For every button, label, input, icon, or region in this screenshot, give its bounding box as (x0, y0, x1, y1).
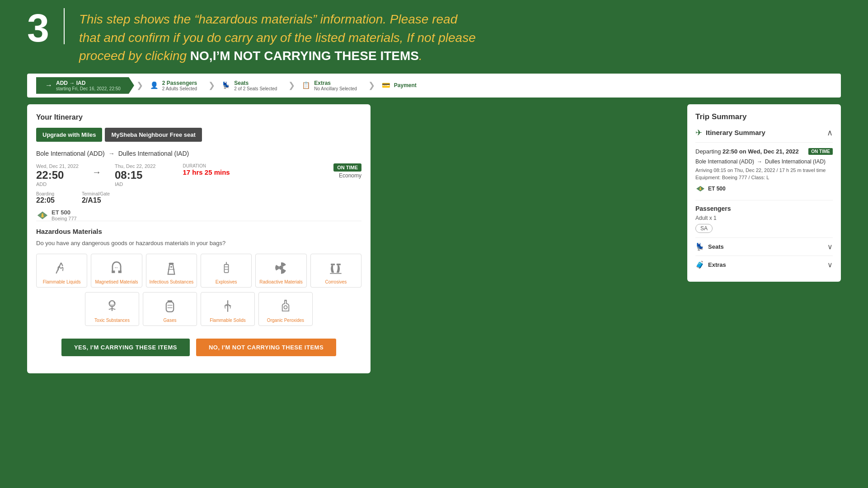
seats-section-label: Seats (708, 243, 724, 250)
svg-rect-15 (331, 264, 335, 265)
extras-row[interactable]: 🧳 Extras ∨ (695, 256, 833, 274)
seats-chevron-icon[interactable]: ∨ (827, 242, 833, 251)
instruction-banner: 3 This step shows the “hazardous materia… (0, 0, 868, 74)
hazmat-label-explosives: Explosives (216, 279, 237, 284)
route-summary: Bole International (ADD) → Dulles Intern… (695, 158, 833, 165)
progress-step-route[interactable]: → ADD → IAD starting Fri, Dec 16, 2022, … (36, 77, 134, 94)
itinerary-title: Your Itinerary (36, 113, 361, 121)
summary-arrow: → (757, 158, 762, 165)
itinerary-summary-header[interactable]: ✈ Itinerary Summary ∧ (695, 128, 833, 143)
hazmat-corrosives: Corrosives (310, 254, 361, 288)
hazmat-organic-peroxides: Organic Peroxides (258, 292, 313, 326)
svg-line-3 (61, 263, 63, 266)
passengers-section-title: Passengers (695, 205, 833, 212)
hazmat-label-toxic: Toxic Substances (94, 318, 130, 323)
tab-mysheba[interactable]: MySheba Neighbour Free seat (105, 128, 202, 142)
et-aircraft-label: ET 500 (708, 186, 726, 192)
svg-rect-4 (112, 270, 115, 273)
to-airport: Dulles International (IAD) (118, 150, 189, 157)
seats-icon: 💺 (222, 81, 230, 89)
hazmat-label-magnetised: Magnetised Materials (95, 279, 138, 284)
boarding-gate-row: Boarding 22:05 Terminal/Gate 2/A15 (36, 191, 361, 204)
progress-step-passengers[interactable]: 👤 2 Passengers 2 Adults Selected (145, 78, 206, 93)
departing-text: Departing 22:50 on Wed, Dec 21, 2022 (695, 148, 799, 155)
svg-rect-25 (166, 302, 174, 312)
departing-bold: 22:50 on Wed, Dec 21, 2022 (723, 148, 799, 155)
route-sub: starting Fri, Dec 16, 2022, 22:50 (56, 86, 121, 91)
hazmat-label-flammable-liquids: Flammable Liquids (43, 279, 81, 284)
flammable-solids-icon (219, 297, 237, 315)
hazmat-question: Do you have any dangerous goods or hazar… (36, 240, 361, 246)
aircraft-et-code: ET 500 (52, 209, 77, 216)
extras-chevron-icon[interactable]: ∨ (827, 260, 833, 269)
infectious-icon (162, 259, 180, 277)
progress-step-extras[interactable]: 📋 Extras No Ancillary Selected (297, 78, 366, 93)
itinerary-summary-label: Itinerary Summary (706, 129, 765, 136)
hazmat-label-flammable-solids: Flammable Solids (210, 318, 245, 323)
extras-section-icon: 🧳 (695, 260, 704, 269)
depart-date: Wed, Dec 21, 2022 (36, 163, 79, 169)
right-panel: Trip Summary ✈ Itinerary Summary ∧ Depar… (687, 104, 841, 282)
hazmat-flammable-solids: Flammable Solids (201, 292, 255, 326)
tab-upgrade-miles[interactable]: Upgrade with Miles (36, 128, 102, 142)
seats-sub: 2 of 2 Seats Selected (234, 86, 277, 91)
instruction-bold: NO,I’M NOT CARRYING THESE ITEMS (190, 49, 419, 63)
seats-row[interactable]: 💺 Seats ∨ (695, 237, 833, 256)
plane-icon: ✈ (695, 128, 702, 138)
class-label: Economy (339, 172, 361, 179)
svg-point-32 (284, 306, 287, 309)
status-area: ON TIME Economy (333, 163, 361, 179)
departing-row: Departing 22:50 on Wed, Dec 21, 2022 ON … (695, 148, 833, 155)
passengers-icon: 👤 (150, 81, 159, 89)
svg-point-14 (279, 265, 283, 270)
route-icon: → (45, 81, 52, 89)
terminal-label: Terminal/Gate (82, 191, 110, 196)
chevron-up-icon[interactable]: ∧ (827, 128, 833, 138)
hazmat-title: Hazardous Materials (36, 228, 361, 235)
hazmat-gases: Gases (143, 292, 197, 326)
route-arrow: → (108, 150, 115, 157)
progress-step-payment[interactable]: 💳 Payment (377, 79, 426, 91)
boarding-block: Boarding 22:05 (36, 191, 55, 204)
itinerary-summary-left: ✈ Itinerary Summary (695, 128, 765, 138)
progress-step-seats[interactable]: 💺 Seats 2 of 2 Seats Selected (217, 78, 286, 93)
hazmat-infectious: Infectious Substances (146, 254, 197, 288)
boarding-time: 22:05 (36, 196, 55, 204)
flammable-liquids-icon (53, 259, 71, 277)
hazmat-grid-row1: Flammable Liquids Magnetised Materials (36, 254, 361, 288)
payment-title: Payment (394, 82, 417, 88)
on-time-badge: ON TIME (333, 163, 361, 172)
flight-arrow-icon: → (92, 163, 101, 177)
adult-count: Adult x 1 (695, 215, 833, 221)
sep4: ❯ (366, 80, 377, 90)
btn-no-not-carrying[interactable]: NO, I'M NOT CARRYING THESE ITEMS (196, 339, 336, 356)
equipment-text: Equipment: Boeing 777 / Class: L (695, 175, 833, 180)
seats-label-row: 💺 Seats (695, 242, 724, 251)
hazmat-section: Hazardous Materials Do you have any dang… (27, 213, 371, 364)
flight-details-row: Wed, Dec 21, 2022 22:50 ADD → Thu, Dec 2… (36, 163, 361, 187)
seats-section-icon: 💺 (695, 242, 704, 251)
magnetised-icon (108, 259, 126, 277)
corrosives-icon (327, 259, 345, 277)
step-number: 3 (27, 8, 49, 48)
svg-point-22 (109, 302, 111, 304)
explosives-icon (217, 259, 235, 277)
btn-yes-carrying[interactable]: YES, I'M CARRYING THESE ITEMS (61, 339, 190, 356)
depart-time: 22:50 (36, 169, 79, 181)
sep3: ❯ (286, 80, 297, 90)
boarding-label: Boarding (36, 191, 55, 196)
tabs: Upgrade with Miles MySheba Neighbour Fre… (36, 128, 361, 142)
arriving-text: Arriving 08:15 on Thu, Dec 22, 2022 (695, 167, 775, 173)
extras-sub: No Ancillary Selected (314, 86, 357, 91)
svg-point-18 (109, 301, 115, 307)
svg-rect-11 (224, 265, 228, 273)
hazmat-label-infectious: Infectious Substances (149, 279, 193, 284)
hazmat-label-corrosives: Corrosives (325, 279, 347, 284)
arrive-time: 08:15 (115, 169, 156, 181)
route-title: ADD → IAD (56, 80, 121, 86)
hazmat-divider (36, 221, 361, 221)
aircraft-logo-icon (36, 209, 49, 222)
main-content: Your Itinerary Upgrade with Miles MySheb… (0, 104, 868, 373)
trip-summary-title: Trip Summary (695, 112, 833, 121)
left-panel: Your Itinerary Upgrade with Miles MySheb… (27, 104, 371, 373)
